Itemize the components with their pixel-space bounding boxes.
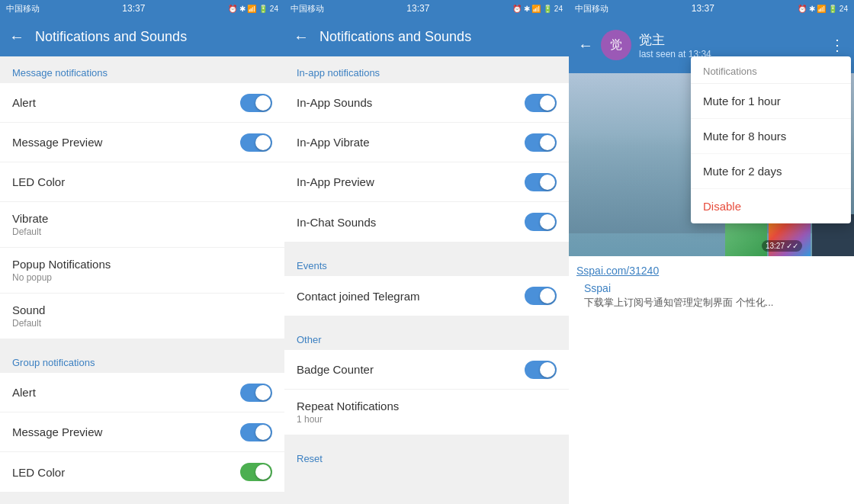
- dropdown-mute-1h[interactable]: Mute for 1 hour: [691, 84, 851, 119]
- inapp-preview-label: In-App Preview: [297, 175, 374, 188]
- repeat-notif-label: Repeat Notifications: [297, 400, 399, 413]
- row-group-alert: Alert: [0, 373, 284, 413]
- dropdown-menu: Notifications Mute for 1 hour Mute for 8…: [691, 56, 851, 223]
- chat-link[interactable]: Sspai.com/31240: [576, 265, 659, 277]
- toggle-contact-joined[interactable]: [525, 287, 557, 305]
- divider-1: [0, 340, 284, 346]
- dropdown-mute-8h[interactable]: Mute for 8 hours: [691, 119, 851, 154]
- toggle-group-alert[interactable]: [240, 384, 272, 402]
- status-bar-1: 中国移动 13:37 ⏰ ✱ 📶 🔋 24: [0, 0, 284, 17]
- section-header-inapp: In-app notifications: [284, 56, 569, 83]
- row-inapp-preview: In-App Preview: [284, 162, 569, 202]
- row-badge-counter: Badge Counter: [284, 350, 569, 390]
- back-button-2[interactable]: ←: [294, 28, 309, 46]
- time-1: 13:37: [122, 3, 145, 14]
- message-timestamp: 13:27 ✓✓: [762, 240, 802, 252]
- inapp-vibrate-label: In-App Vibrate: [297, 136, 370, 149]
- status-icons-1: ⏰ ✱ 📶 🔋 24: [228, 5, 278, 13]
- app-bar-title-1: Notifications and Sounds: [35, 29, 187, 45]
- row-vibrate-sub: Default: [12, 226, 48, 237]
- row-vibrate[interactable]: Vibrate Default: [0, 202, 284, 248]
- inchat-sounds-label: In-Chat Sounds: [297, 216, 376, 229]
- events-section: Contact joined Telegram: [284, 276, 569, 316]
- toggle-inapp-preview[interactable]: [525, 173, 557, 191]
- status-bar-3: 中国移动 13:37 ⏰ ✱ 📶 🔋 24: [569, 0, 854, 17]
- toggle-message-preview[interactable]: [240, 133, 272, 152]
- row-message-preview-label: Message Preview: [12, 136, 102, 149]
- panel-3: 中国移动 13:37 ⏰ ✱ 📶 🔋 24 ← 觉 觉主 last seen a…: [569, 0, 854, 504]
- status-bar-2: 中国移动 13:37 ⏰ ✱ 📶 🔋 24: [284, 0, 569, 17]
- dropdown-mute-2d[interactable]: Mute for 2 days: [691, 154, 851, 189]
- chat-menu-button[interactable]: ⋮: [830, 36, 845, 54]
- row-inapp-sounds: In-App Sounds: [284, 83, 569, 123]
- group-notifications-section: Alert Message Preview LED Color: [0, 373, 284, 492]
- divider-4: [284, 436, 569, 442]
- time-3: 13:37: [692, 3, 714, 14]
- section-header-events: Events: [284, 249, 569, 276]
- row-sound[interactable]: Sound Default: [0, 294, 284, 339]
- divider-2: [284, 243, 569, 249]
- row-vibrate-label: Vibrate: [12, 212, 48, 225]
- toggle-badge-counter[interactable]: [525, 361, 557, 379]
- toggle-inchat-sounds[interactable]: [525, 213, 557, 231]
- panel-1: 中国移动 13:37 ⏰ ✱ 📶 🔋 24 ← Notifications an…: [0, 0, 284, 504]
- toggle-inapp-sounds[interactable]: [525, 94, 557, 112]
- carrier-1: 中国移动: [6, 3, 40, 14]
- toggle-inapp-vibrate[interactable]: [525, 133, 557, 152]
- contact-joined-label: Contact joined Telegram: [297, 290, 419, 303]
- time-2: 13:37: [406, 3, 429, 14]
- row-sound-sub: Default: [12, 318, 45, 329]
- preview-text: 下载掌上订阅号通知管理定制界面 个性化...: [576, 296, 846, 310]
- dropdown-disable[interactable]: Disable: [691, 189, 851, 223]
- panel2-content: In-app notifications In-App Sounds In-Ap…: [284, 56, 569, 504]
- divider-3: [284, 317, 569, 323]
- app-bar-1: ← Notifications and Sounds: [0, 17, 284, 56]
- panel1-content: Message notifications Alert Message Prev…: [0, 56, 284, 504]
- row-repeat-notifications[interactable]: Repeat Notifications 1 hour: [284, 390, 569, 435]
- row-group-preview-label: Message Preview: [12, 425, 102, 438]
- carrier-2: 中国移动: [291, 3, 324, 14]
- chat-name: 觉主: [639, 31, 822, 49]
- row-alert-label: Alert: [12, 96, 36, 109]
- preview-label: Sspai: [576, 278, 846, 296]
- carrier-3: 中国移动: [575, 3, 608, 14]
- app-bar-2: ← Notifications and Sounds: [284, 17, 569, 56]
- section-header-other: Other: [284, 323, 569, 350]
- dropdown-header: Notifications: [691, 56, 851, 84]
- inapp-section: In-App Sounds In-App Vibrate In-App Prev…: [284, 83, 569, 242]
- row-group-preview: Message Preview: [0, 413, 284, 452]
- avatar: 觉: [601, 30, 631, 60]
- other-section: Badge Counter Repeat Notifications 1 hou…: [284, 350, 569, 435]
- section-header-message: Message notifications: [0, 56, 284, 83]
- row-group-alert-label: Alert: [12, 386, 36, 399]
- row-inapp-vibrate: In-App Vibrate: [284, 123, 569, 162]
- repeat-notif-sub: 1 hour: [297, 414, 399, 425]
- chat-back-button[interactable]: ←: [578, 37, 593, 54]
- row-message-preview: Message Preview: [0, 123, 284, 162]
- message-notifications-section: Alert Message Preview LED Color Vibrate …: [0, 83, 284, 339]
- toggle-alert[interactable]: [240, 94, 272, 112]
- row-sound-label: Sound: [12, 303, 45, 316]
- row-alert: Alert: [0, 83, 284, 123]
- row-contact-joined: Contact joined Telegram: [284, 276, 569, 316]
- panel-2: 中国移动 13:37 ⏰ ✱ 📶 🔋 24 ← Notifications an…: [284, 0, 569, 504]
- toggle-group-preview[interactable]: [240, 423, 272, 441]
- row-led-label: LED Color: [12, 175, 65, 188]
- chat-messages: Sspai.com/31240 Sspai 下载掌上订阅号通知管理定制界面 个性…: [569, 256, 854, 310]
- toggle-group-led[interactable]: [240, 463, 272, 481]
- row-popup-label: Popup Notifications: [12, 258, 111, 271]
- row-led-color[interactable]: LED Color: [0, 162, 284, 202]
- status-icons-2: ⏰ ✱ 📶 🔋 24: [512, 5, 563, 13]
- status-icons-3: ⏰ ✱ 📶 🔋 24: [798, 5, 848, 13]
- row-group-led: LED Color: [0, 452, 284, 492]
- inapp-sounds-label: In-App Sounds: [297, 96, 372, 109]
- section-header-group: Group notifications: [0, 346, 284, 373]
- row-inchat-sounds: In-Chat Sounds: [284, 202, 569, 242]
- section-header-reset[interactable]: Reset: [284, 442, 569, 469]
- row-popup-sub: No popup: [12, 272, 111, 283]
- row-popup[interactable]: Popup Notifications No popup: [0, 248, 284, 294]
- row-group-led-label: LED Color: [12, 466, 65, 479]
- app-bar-title-2: Notifications and Sounds: [319, 29, 471, 45]
- back-button-1[interactable]: ←: [9, 28, 24, 46]
- badge-counter-label: Badge Counter: [297, 363, 374, 376]
